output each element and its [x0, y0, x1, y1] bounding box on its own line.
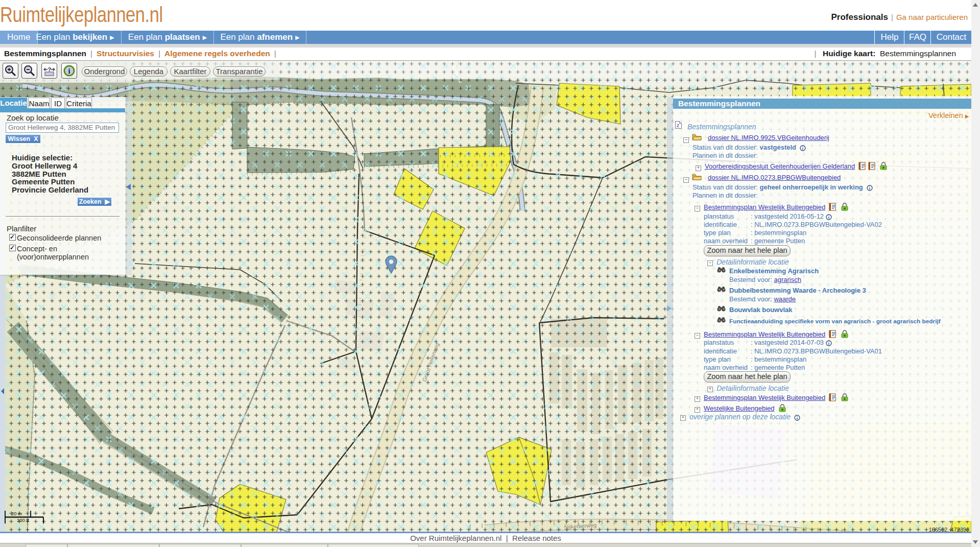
svg-text:20 m: 20 m	[11, 511, 22, 516]
svg-text:i: i	[68, 67, 70, 75]
svg-text:?: ?	[48, 66, 52, 73]
svg-text:100 ft: 100 ft	[17, 517, 29, 523]
svg-text:z: z	[677, 123, 679, 128]
